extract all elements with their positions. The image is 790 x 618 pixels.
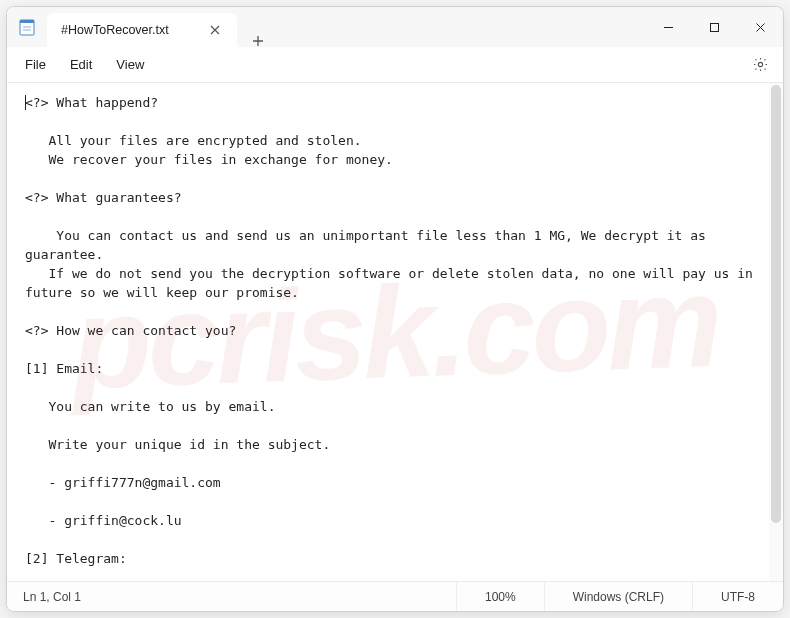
status-position[interactable]: Ln 1, Col 1 xyxy=(7,590,456,604)
titlebar[interactable]: #HowToRecover.txt xyxy=(7,7,783,47)
settings-button[interactable] xyxy=(743,50,777,80)
minimize-button[interactable] xyxy=(645,7,691,47)
status-zoom[interactable]: 100% xyxy=(456,582,544,611)
tab-close-button[interactable] xyxy=(203,18,227,42)
status-encoding[interactable]: UTF-8 xyxy=(692,582,783,611)
editor-area: <?> What happend? All your files are enc… xyxy=(7,83,783,581)
titlebar-drag-area[interactable] xyxy=(275,7,645,47)
menu-file[interactable]: File xyxy=(13,51,58,78)
window-controls xyxy=(645,7,783,47)
menu-bar: File Edit View xyxy=(7,47,783,83)
menu-edit[interactable]: Edit xyxy=(58,51,104,78)
maximize-button[interactable] xyxy=(691,7,737,47)
close-button[interactable] xyxy=(737,7,783,47)
svg-point-6 xyxy=(758,62,762,66)
svg-rect-1 xyxy=(20,20,34,23)
document-text: <?> What happend? All your files are enc… xyxy=(25,95,761,581)
vertical-scrollbar[interactable] xyxy=(769,83,783,581)
tab-title: #HowToRecover.txt xyxy=(61,23,203,37)
tab-active[interactable]: #HowToRecover.txt xyxy=(47,13,237,47)
status-line-ending[interactable]: Windows (CRLF) xyxy=(544,582,692,611)
new-tab-button[interactable] xyxy=(241,35,275,47)
menu-view[interactable]: View xyxy=(104,51,156,78)
tab-bar: #HowToRecover.txt xyxy=(47,7,275,47)
notepad-app-icon xyxy=(7,7,47,47)
notepad-window: #HowToRecover.txt File Edit View xyxy=(6,6,784,612)
status-bar: Ln 1, Col 1 100% Windows (CRLF) UTF-8 xyxy=(7,581,783,611)
svg-rect-5 xyxy=(710,23,718,31)
text-content[interactable]: <?> What happend? All your files are enc… xyxy=(7,83,783,581)
scrollbar-thumb[interactable] xyxy=(771,85,781,523)
